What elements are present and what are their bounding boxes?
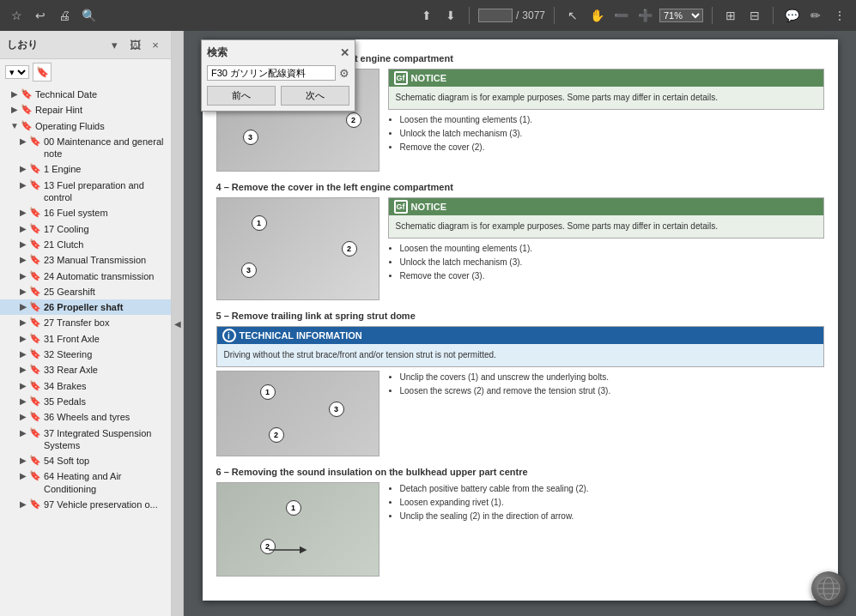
section-3-bullets: Loosen the mounting elements (1). Unlock… [388, 113, 824, 154]
sidebar-item-37-integrated[interactable]: ▶ 🔖 37 Integrated Suspension Systems [0, 426, 171, 454]
sidebar-item-54-soft-top[interactable]: ▶ 🔖 54 Soft top [0, 453, 171, 468]
search-input[interactable] [207, 65, 336, 81]
sidebar-item-label: 16 Fuel system [44, 207, 167, 219]
search-buttons: 前へ 次へ [207, 86, 349, 106]
search-settings-icon[interactable]: ⚙ [339, 67, 349, 80]
sidebar-item-35-pedals[interactable]: ▶ 🔖 35 Pedals [0, 394, 171, 409]
expander-icon: ▶ [17, 333, 29, 343]
page-input[interactable]: 3572 [478, 9, 513, 22]
sidebar-item-operating-fluids[interactable]: ▼ 🔖 Operating Fluids [0, 118, 171, 134]
sidebar-image-icon[interactable]: 🖼 [126, 36, 143, 53]
sidebar-item-24-automatic-trans[interactable]: ▶ 🔖 24 Automatic transmission [0, 269, 171, 284]
sidebar-item-label: 13 Fuel preparation and control [44, 179, 167, 204]
sidebar-item-25-gearshift[interactable]: ▶ 🔖 25 Gearshift [0, 284, 171, 299]
sidebar-item-36-wheels[interactable]: ▶ 🔖 36 Wheels and tyres [0, 409, 171, 425]
sidebar-item-17-cooling[interactable]: ▶ 🔖 17 Cooling [0, 221, 171, 237]
notice-gf-icon: Gf [394, 200, 408, 214]
sidebar-item-label: 97 Vehicle preservation o... [44, 498, 167, 510]
sidebar-item-64-heating[interactable]: ▶ 🔖 64 Heating and Air Conditioning [0, 468, 171, 497]
list-item: Unlock the latch mechanism (3). [400, 127, 824, 141]
notice-box-4: Gf NOTICE Schematic diagram is for examp… [388, 197, 824, 239]
list-item: Loosen expanding rivet (1). [400, 496, 824, 510]
list-item: Unlock the latch mechanism (3). [400, 256, 824, 269]
expander-icon: ▶ [17, 411, 29, 421]
sidebar-item-label: 24 Automatic transmission [44, 270, 167, 282]
search-prev-button[interactable]: 前へ [207, 86, 276, 106]
notice-box-3: Gf NOTICE Schematic diagram is for examp… [388, 69, 824, 110]
sidebar-dropdown-icon[interactable]: ▾ [106, 36, 123, 53]
image-placeholder: 1 3 2 [217, 371, 379, 456]
search-next-button[interactable]: 次へ [281, 86, 349, 106]
comment-icon[interactable]: 💬 [782, 6, 801, 25]
sidebar-bookmark-btn[interactable]: 🔖 [33, 63, 52, 82]
sidebar-item-label: 27 Transfer box [44, 317, 167, 329]
list-item: Loosen the mounting elements (1). [400, 113, 824, 127]
sidebar-item-label: 34 Brakes [44, 380, 167, 392]
hand-icon[interactable]: ✋ [587, 6, 606, 25]
search-dialog: 検索 ✕ ⚙ 前へ 次へ [201, 39, 355, 112]
sidebar-item-21-clutch[interactable]: ▶ 🔖 21 Clutch [0, 237, 171, 252]
search-zoom-icon[interactable]: 🔍 [79, 6, 98, 25]
print-icon[interactable]: 🖨 [55, 6, 74, 25]
fit-page-icon[interactable]: ⊞ [721, 6, 740, 25]
list-item: Remove the cover (2). [400, 141, 824, 154]
info-box-5: i TECHNICAL INFORMATION Driving without … [216, 326, 824, 367]
sidebar-item-label: 23 Manual Transmission [44, 254, 167, 266]
notice-header-3: Gf NOTICE [389, 69, 823, 87]
sidebar-item-tech-data[interactable]: ▶ 🔖 Technical Date [0, 87, 171, 102]
search-close-button[interactable]: ✕ [340, 46, 349, 59]
download-icon[interactable]: ⬇ [441, 6, 460, 25]
expander-icon: ▶ [17, 348, 29, 359]
sidebar-item-34-brakes[interactable]: ▶ 🔖 34 Brakes [0, 378, 171, 394]
sidebar-collapse-button[interactable]: ◀ [172, 31, 184, 616]
section-5-content: 1 3 2 Unclip the covers (1) and unscrew … [216, 371, 824, 456]
bookmark-icon: 🔖 [21, 104, 33, 115]
expander-icon: ▶ [17, 498, 29, 509]
sidebar-item-00-maintenance[interactable]: ▶ 🔖 00 Maintenance and general note [0, 134, 171, 162]
grid-icon[interactable]: ⊟ [745, 6, 764, 25]
sidebar-item-label: 37 Integrated Suspension Systems [44, 427, 167, 452]
cursor-icon[interactable]: ↖ [563, 6, 582, 25]
sidebar-item-33-rear-axle[interactable]: ▶ 🔖 33 Rear Axle [0, 362, 171, 377]
sidebar-item-97-vehicle[interactable]: ▶ 🔖 97 Vehicle preservation o... [0, 497, 171, 512]
pdf-viewer: 検索 ✕ ⚙ 前へ 次へ 3 – Remove the cover in the… [184, 31, 856, 616]
sidebar-item-repair-hint[interactable]: ▶ 🔖 Repair Hint [0, 102, 171, 118]
expander-icon: ▶ [17, 207, 29, 217]
sidebar-item-13-fuel[interactable]: ▶ 🔖 13 Fuel preparation and control [0, 178, 171, 206]
sidebar-item-16-fuel-system[interactable]: ▶ 🔖 16 Fuel system [0, 205, 171, 220]
globe-button[interactable] [811, 571, 846, 606]
sidebar-header: しおり ▾ 🖼 × [0, 31, 171, 59]
sidebar-toolbar: ▾ 🔖 [0, 59, 171, 85]
section-4-bullets: Loosen the mounting elements (1). Unlock… [388, 242, 824, 283]
sidebar-item-23-manual-trans[interactable]: ▶ 🔖 23 Manual Transmission [0, 252, 171, 268]
zoom-in-icon[interactable]: ➕ [635, 6, 654, 25]
search-dialog-title: 検索 [207, 45, 228, 60]
sidebar-item-26-propeller[interactable]: ▶ 🔖 26 Propeller shaft [0, 299, 171, 315]
back-arrow-icon[interactable]: ↩ [31, 6, 50, 25]
upload-icon[interactable]: ⬆ [417, 6, 436, 25]
sidebar-item-1-engine[interactable]: ▶ 🔖 1 Engine [0, 161, 171, 177]
bookmark-icon: 🔖 [29, 498, 41, 510]
sidebar-item-32-steering[interactable]: ▶ 🔖 32 Steering [0, 347, 171, 362]
more-icon[interactable]: ⋮ [830, 6, 849, 25]
bookmark-star-icon[interactable]: ☆ [7, 6, 26, 25]
sidebar-item-label: 64 Heating and Air Conditioning [44, 470, 167, 495]
zoom-out-icon[interactable]: ➖ [611, 6, 630, 25]
expander-icon: ▶ [17, 301, 29, 311]
bookmark-icon: 🔖 [29, 179, 41, 190]
zoom-select[interactable]: 71%50%100%150% [659, 9, 703, 22]
sidebar-item-31-front-axle[interactable]: ▶ 🔖 31 Front Axle [0, 331, 171, 347]
section-6: 6 – Removing the sound insulation on the… [216, 467, 824, 577]
bookmark-icon: 🔖 [29, 455, 41, 466]
pen-icon[interactable]: ✏ [806, 6, 825, 25]
bookmark-icon: 🔖 [29, 364, 41, 375]
info-text-5: Driving without the strut brace/front an… [224, 349, 817, 361]
section-5-image: 1 3 2 [216, 371, 379, 456]
page-separator: / [516, 9, 519, 21]
sidebar-close-icon[interactable]: × [147, 36, 164, 53]
marker-1: 1 [286, 500, 301, 516]
sidebar-item-27-transfer[interactable]: ▶ 🔖 27 Transfer box [0, 315, 171, 330]
sidebar-view-select[interactable]: ▾ [5, 65, 29, 79]
bookmark-icon: 🔖 [29, 286, 41, 297]
sidebar-item-label: 26 Propeller shaft [44, 301, 167, 313]
